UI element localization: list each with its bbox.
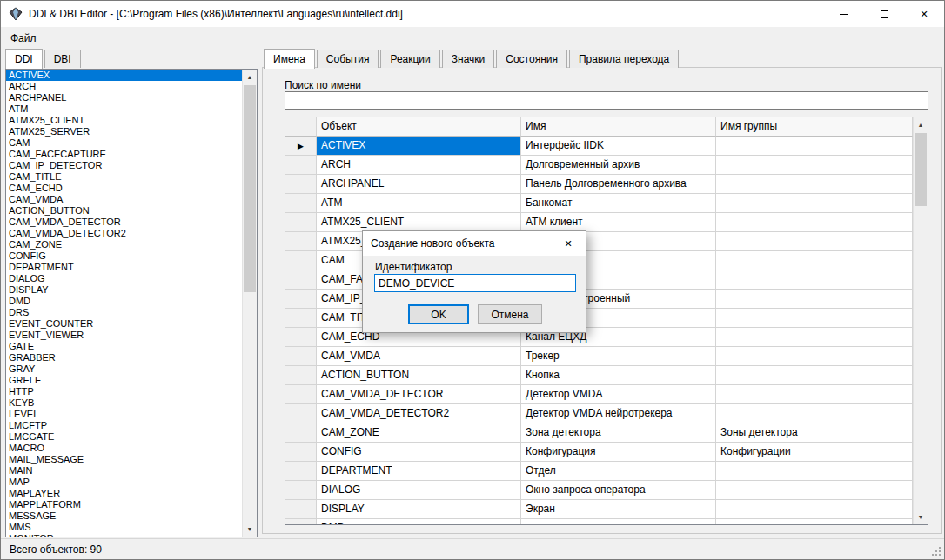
list-item[interactable]: ATMX25_CLIENT xyxy=(6,115,242,126)
cell-name[interactable]: Банкомат xyxy=(521,194,716,213)
table-row[interactable]: CAM_ZONEЗона детектораЗоны детектора xyxy=(285,423,913,443)
table-row[interactable]: DIALOGОкно запроса оператора xyxy=(285,481,913,500)
scroll-down-icon[interactable]: ▼ xyxy=(914,510,928,524)
dialog-close-button[interactable]: ✕ xyxy=(551,231,586,256)
list-item[interactable]: EVENT_VIEWER xyxy=(6,330,242,341)
row-selector[interactable] xyxy=(285,500,317,519)
row-selector[interactable] xyxy=(285,328,317,347)
cell-group[interactable] xyxy=(716,270,913,290)
cancel-button[interactable]: Отмена xyxy=(478,304,542,324)
list-item[interactable]: LEVEL xyxy=(6,409,242,420)
row-selector[interactable] xyxy=(285,290,317,309)
cell-obj[interactable]: DEPARTMENT xyxy=(317,462,521,481)
cell-group[interactable] xyxy=(716,290,913,309)
cell-obj[interactable]: ACTIVEX xyxy=(317,137,521,156)
list-item[interactable]: CAM xyxy=(6,137,242,149)
column-header[interactable]: Имя xyxy=(521,117,716,137)
table-row[interactable]: CAM_VMDAТрекер xyxy=(285,347,913,366)
table-row[interactable]: ACTION_BUTTONКнопка xyxy=(285,366,913,385)
list-item[interactable]: DIALOG xyxy=(6,273,242,284)
tab-3[interactable]: Реакции xyxy=(380,50,439,68)
row-selector[interactable] xyxy=(285,232,317,251)
list-item[interactable]: DEPARTMENT xyxy=(6,262,242,273)
list-item[interactable]: MAIL_MESSAGE xyxy=(6,454,242,465)
list-item[interactable]: GRELE xyxy=(6,375,242,386)
cell-name[interactable]: Долговременный архив xyxy=(521,156,716,175)
row-selector[interactable] xyxy=(285,251,317,270)
cell-obj[interactable]: ARCHPANEL xyxy=(317,175,521,194)
list-item[interactable]: GRAY xyxy=(6,363,242,375)
scroll-up-icon[interactable]: ▲ xyxy=(914,117,928,132)
list-item[interactable]: CAM_FACECAPTURE xyxy=(6,149,242,160)
list-item[interactable]: DMD xyxy=(6,296,242,307)
row-selector[interactable] xyxy=(285,175,317,194)
tab-1[interactable]: Имена xyxy=(264,49,315,69)
current-row-marker-icon[interactable]: ▶ xyxy=(285,137,317,156)
table-row[interactable]: ARCHДолговременный архив xyxy=(285,156,913,175)
row-selector[interactable] xyxy=(285,443,317,462)
table-row[interactable]: ▶ACTIVEXИнтерфейс IIDK xyxy=(285,137,913,156)
cell-name[interactable]: АТМ клиент xyxy=(521,213,716,232)
list-item[interactable]: LMCGATE xyxy=(6,431,242,443)
list-item[interactable]: CAM_TITLE xyxy=(6,171,242,183)
table-row[interactable]: ATMX25_CLIENTАТМ клиент xyxy=(285,213,913,232)
dialog-titlebar[interactable]: Создание нового объекта ✕ xyxy=(363,231,586,256)
cell-group[interactable] xyxy=(716,500,913,519)
list-item[interactable]: DRS xyxy=(6,307,242,318)
minimize-button[interactable] xyxy=(824,1,864,27)
cell-obj[interactable]: DISPLAY xyxy=(317,500,521,519)
cell-group[interactable] xyxy=(716,156,913,175)
row-selector[interactable] xyxy=(285,462,317,481)
table-row[interactable]: DEPARTMENTОтдел xyxy=(285,462,913,481)
list-item[interactable]: ATMX25_SERVER xyxy=(6,126,242,137)
cell-group[interactable] xyxy=(716,194,913,213)
table-row[interactable]: DMD xyxy=(285,519,913,524)
cell-group[interactable] xyxy=(716,385,913,404)
list-scrollbar[interactable]: ▲ ▼ xyxy=(242,70,257,537)
menu-file[interactable]: Файл xyxy=(1,29,46,48)
list-item[interactable]: MESSAGE xyxy=(6,510,242,522)
row-selector[interactable] xyxy=(285,213,317,232)
cell-obj[interactable]: CAM_VMDA_DETECTOR2 xyxy=(317,404,521,423)
cell-obj[interactable]: ACTION_BUTTON xyxy=(317,366,521,385)
table-row[interactable]: DISPLAYЭкран xyxy=(285,500,913,519)
list-item[interactable]: MACRO xyxy=(6,443,242,454)
row-selector[interactable] xyxy=(285,347,317,366)
cell-name[interactable]: Отдел xyxy=(521,462,716,481)
row-selector-header[interactable] xyxy=(285,117,317,137)
tab-2[interactable]: События xyxy=(317,50,379,68)
list-item[interactable]: MAPPLATFORM xyxy=(6,499,242,510)
cell-name[interactable]: Окно запроса оператора xyxy=(521,481,716,500)
tab-ddi[interactable]: DDI xyxy=(5,49,43,69)
tab-5[interactable]: Состояния xyxy=(496,50,567,68)
cell-group[interactable] xyxy=(716,251,913,270)
ok-button[interactable]: OK xyxy=(408,304,469,324)
column-header[interactable]: Имя группы xyxy=(716,117,913,137)
tab-4[interactable]: Значки xyxy=(442,50,495,68)
list-item[interactable]: MAIN xyxy=(6,465,242,477)
cell-name[interactable]: Детектор VMDA нейротрекера xyxy=(521,404,716,423)
cell-name[interactable]: Конфигурация xyxy=(521,443,716,462)
cell-group[interactable] xyxy=(716,175,913,194)
list-item[interactable]: HTTP xyxy=(6,386,242,397)
row-selector[interactable] xyxy=(285,481,317,500)
list-item[interactable]: ACTION_BUTTON xyxy=(6,205,242,217)
cell-group[interactable] xyxy=(716,481,913,500)
list-item[interactable]: MAP xyxy=(6,477,242,488)
cell-obj[interactable]: ATM xyxy=(317,194,521,213)
cell-name[interactable] xyxy=(521,519,716,524)
table-row[interactable]: ATMБанкомат xyxy=(285,194,913,213)
cell-name[interactable]: Панель Долговременного архива xyxy=(521,175,716,194)
grid-scrollbar[interactable]: ▲ ▼ xyxy=(913,117,928,524)
cell-group[interactable] xyxy=(716,137,913,156)
list-item[interactable]: MONITOR xyxy=(6,533,242,537)
cell-group[interactable]: Конфигурации xyxy=(716,443,913,462)
maximize-button[interactable] xyxy=(864,1,904,27)
cell-group[interactable] xyxy=(716,347,913,366)
row-selector[interactable] xyxy=(285,194,317,213)
list-item[interactable]: ATM xyxy=(6,103,242,115)
list-item[interactable]: DISPLAY xyxy=(6,284,242,296)
cell-obj[interactable]: DIALOG xyxy=(317,481,521,500)
cell-group[interactable] xyxy=(716,328,913,347)
close-button[interactable]: ✕ xyxy=(904,1,944,27)
